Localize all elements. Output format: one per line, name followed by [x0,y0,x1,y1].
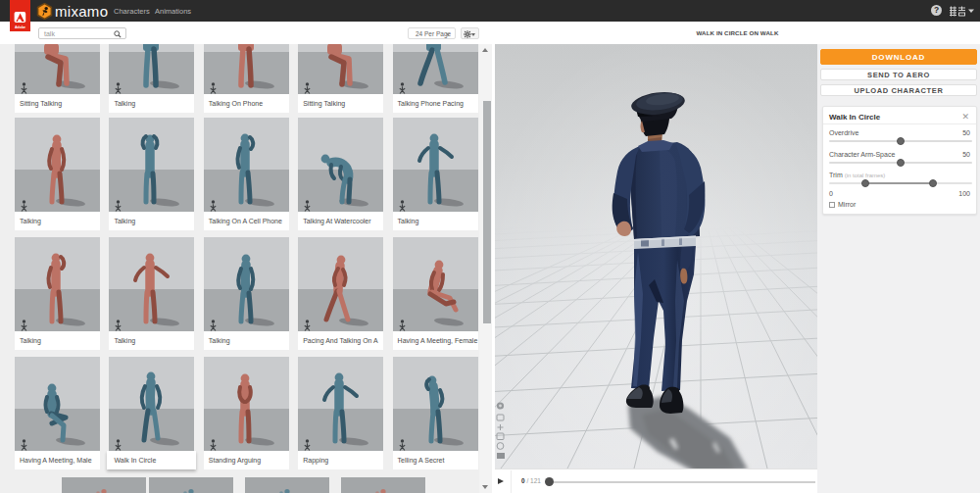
svg-text:Adobe: Adobe [15,25,25,29]
